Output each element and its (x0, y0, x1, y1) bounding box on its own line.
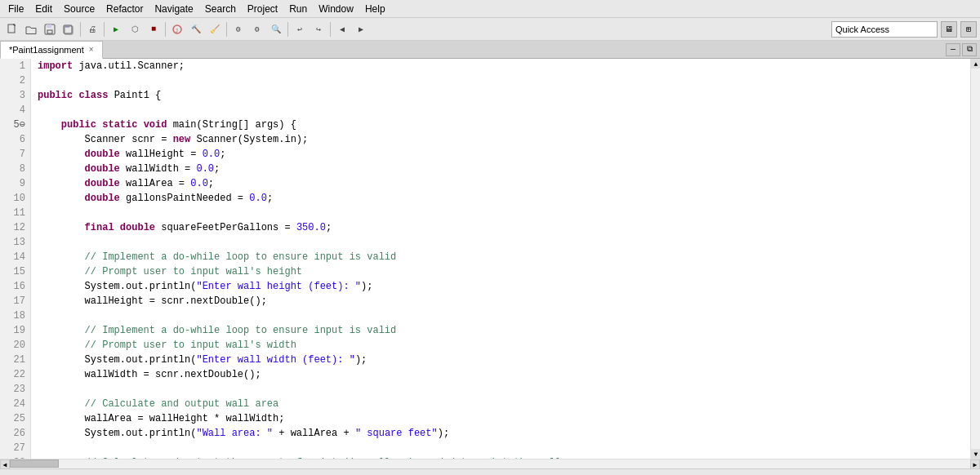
hscroll-thumb[interactable] (10, 459, 59, 468)
hscroll-track[interactable] (10, 459, 970, 468)
toolbar-btn-6[interactable]: ⚙ (248, 20, 266, 38)
toolbar-btn-7[interactable]: 🔍 (267, 20, 285, 38)
code-token (38, 220, 85, 235)
code-token: class (78, 88, 108, 103)
toolbar-btn-9[interactable]: ↪ (310, 20, 327, 38)
scroll-track[interactable] (971, 69, 980, 449)
code-line: System.out.println("Enter wall height (f… (38, 279, 970, 294)
code-token: static (102, 118, 137, 132)
menu-help[interactable]: Help (360, 2, 390, 16)
save-button[interactable] (41, 20, 59, 38)
run-button[interactable]: ▶ (107, 20, 125, 38)
code-token: new (173, 132, 191, 147)
code-token: // Calculate and output wall area (38, 397, 278, 411)
code-token: // Calculate and output the amount of pa… (38, 455, 561, 459)
toolbar-btn-5[interactable]: ⚙ (229, 20, 247, 38)
menu-navigate[interactable]: Navigate (149, 2, 198, 16)
code-token: ); (361, 279, 372, 294)
print-button[interactable]: 🖨 (83, 20, 101, 38)
code-token: ; (267, 191, 273, 206)
code-token: void (144, 118, 167, 132)
code-token: 0.0 (203, 147, 220, 162)
code-token: // Implement a do-while loop to ensure i… (38, 323, 396, 338)
back-button[interactable]: ◀ (333, 20, 351, 38)
code-token: System.out.println( (38, 279, 196, 294)
code-token: ; (220, 147, 225, 162)
code-token: java.util.Scanner; (73, 59, 185, 73)
code-token: wallWidth = scnr.nextDouble(); (38, 367, 261, 382)
forward-button[interactable]: ▶ (352, 20, 370, 38)
code-line (38, 235, 970, 250)
code-token (38, 162, 85, 176)
code-token: wallArea = wallHeight * wallWidth; (38, 411, 284, 426)
code-line: // Calculate and output the amount of pa… (38, 455, 970, 459)
code-line: public class Paint1 { (38, 88, 970, 103)
build-button[interactable]: 🔨 (187, 20, 205, 38)
quick-access-icon[interactable]: 🖥 (941, 21, 957, 38)
line-number: 3 (5, 88, 25, 103)
save-all-button[interactable] (60, 20, 78, 38)
quick-access-input[interactable] (831, 21, 938, 38)
code-token: // Prompt user to input wall's width (38, 338, 296, 353)
menu-run[interactable]: Run (284, 2, 312, 16)
code-token: double (85, 191, 120, 206)
code-token: public (61, 118, 96, 132)
restore-button[interactable]: ⧉ (962, 43, 977, 56)
toolbar-separator-5 (287, 22, 288, 37)
menu-source[interactable]: Source (59, 2, 100, 16)
editor-tab[interactable]: *Paint1assignment × (0, 41, 103, 59)
toolbar-view-btn[interactable]: ⊞ (960, 21, 977, 38)
line-number: 20 (5, 338, 25, 353)
clean-button[interactable]: 🧹 (206, 20, 224, 38)
menu-edit[interactable]: Edit (30, 2, 57, 16)
menu-project[interactable]: Project (243, 2, 283, 16)
line-number: 24 (5, 397, 25, 411)
menu-search[interactable]: Search (200, 2, 241, 16)
code-token (137, 118, 143, 132)
code-line: double wallHeight = 0.0; (38, 147, 970, 162)
code-line: wallHeight = scnr.nextDouble(); (38, 294, 970, 309)
code-line: double wallWidth = 0.0; (38, 162, 970, 176)
new-java-button[interactable]: J (168, 20, 186, 38)
tab-bar: *Paint1assignment × — ⧉ (0, 41, 980, 59)
code-token: 0.0 (249, 191, 267, 206)
code-token: "Enter wall width (feet): " (196, 353, 354, 367)
code-token: ); (355, 353, 367, 367)
line-number: 4 (5, 103, 25, 118)
code-token: System.out.println( (38, 353, 196, 367)
line-number: 13 (5, 235, 25, 250)
code-token: import (38, 59, 73, 73)
line-number: 1 (5, 59, 25, 73)
right-scrollbar[interactable]: ▲ ▼ (970, 59, 980, 459)
debug-button[interactable]: ⬡ (126, 20, 144, 38)
toolbar-btn-8[interactable]: ↩ (291, 20, 309, 38)
minimize-button[interactable]: — (946, 43, 960, 56)
stop-button[interactable]: ■ (145, 20, 163, 38)
code-token: "Wall area: " (196, 426, 273, 441)
hscroll-left-arrow[interactable]: ◀ (0, 459, 10, 469)
code-token: final (85, 220, 114, 235)
scroll-down-arrow[interactable]: ▼ (971, 449, 980, 459)
code-area[interactable]: import java.util.Scanner; public class P… (31, 59, 970, 459)
new-file-button[interactable] (3, 20, 21, 38)
scroll-up-arrow[interactable]: ▲ (971, 59, 980, 69)
status-bar (0, 468, 980, 475)
code-line (38, 382, 970, 397)
code-token: squareFeetPerGallons = (155, 220, 296, 235)
menu-file[interactable]: File (3, 2, 29, 16)
line-number: 19 (5, 323, 25, 338)
open-file-button[interactable] (22, 20, 40, 38)
code-token: ; (214, 162, 220, 176)
code-token: double (85, 147, 120, 162)
code-token: double (85, 176, 120, 191)
line-number: 16 (5, 279, 25, 294)
code-token (96, 118, 102, 132)
line-number: 7 (5, 147, 25, 162)
line-number: 22 (5, 367, 25, 382)
menu-window[interactable]: Window (314, 2, 359, 16)
tab-close-button[interactable]: × (89, 45, 94, 54)
line-number: 14 (5, 250, 25, 264)
line-number: 21 (5, 353, 25, 367)
hscroll-right-arrow[interactable]: ▶ (970, 459, 980, 469)
menu-refactor[interactable]: Refactor (101, 2, 148, 16)
